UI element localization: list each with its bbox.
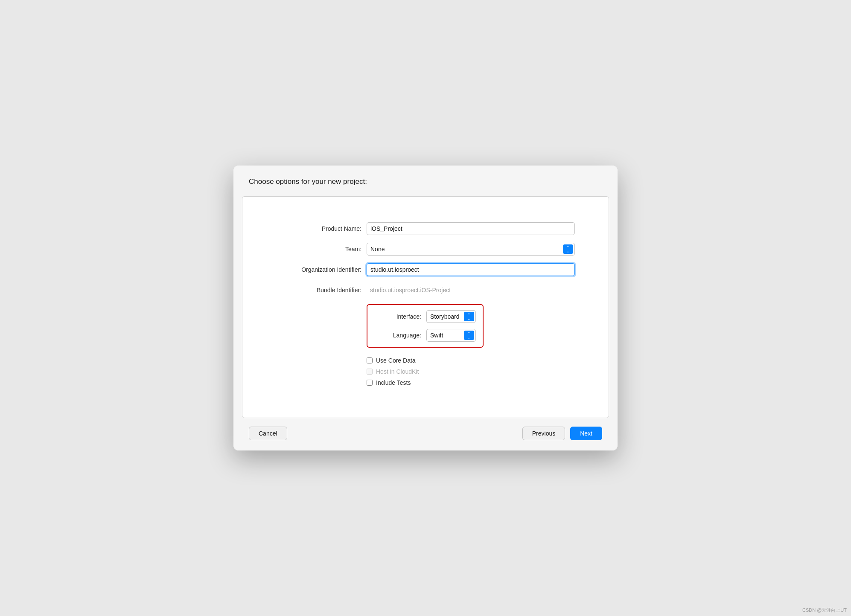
team-row: Team: None xyxy=(276,243,575,256)
core-data-label: Use Core Data xyxy=(376,357,416,364)
language-select-wrapper: Swift Objective-C xyxy=(426,329,476,342)
language-select[interactable]: Swift Objective-C xyxy=(426,329,476,342)
org-identifier-row: Organization Identifier: xyxy=(276,263,575,276)
dialog-content: Product Name: Team: None Organization Id… xyxy=(242,196,609,418)
cancel-button[interactable]: Cancel xyxy=(249,427,287,440)
dialog-footer: Cancel Previous Next xyxy=(233,418,618,450)
previous-button[interactable]: Previous xyxy=(522,427,565,440)
include-tests-label: Include Tests xyxy=(376,379,411,386)
dialog-header: Choose options for your new project: xyxy=(233,166,618,196)
watermark: CSDN @天涯向上UT xyxy=(802,607,847,613)
new-project-dialog: Choose options for your new project: Pro… xyxy=(233,166,618,450)
bundle-identifier-value: studio.ut.iosproect.iOS-Project xyxy=(367,284,575,296)
product-name-label: Product Name: xyxy=(276,225,361,232)
dialog-title: Choose options for your new project: xyxy=(249,177,602,186)
core-data-row: Use Core Data xyxy=(367,357,575,364)
next-button[interactable]: Next xyxy=(570,427,602,440)
checkboxes-area: Use Core Data Host in CloudKit Include T… xyxy=(367,357,575,386)
highlighted-section: Interface: Storyboard SwiftUI Language: xyxy=(367,304,484,348)
cloudkit-row: Host in CloudKit xyxy=(367,368,575,375)
include-tests-row: Include Tests xyxy=(367,379,575,386)
bundle-identifier-row: Bundle Identifier: studio.ut.iosproect.i… xyxy=(276,284,575,296)
interface-label: Interface: xyxy=(374,313,421,320)
interface-select[interactable]: Storyboard SwiftUI xyxy=(426,310,476,323)
interface-select-wrapper: Storyboard SwiftUI xyxy=(426,310,476,323)
interface-row: Interface: Storyboard SwiftUI xyxy=(374,310,476,323)
product-name-input[interactable] xyxy=(367,222,575,235)
bundle-identifier-label: Bundle Identifier: xyxy=(276,287,361,293)
team-label: Team: xyxy=(276,246,361,253)
language-label: Language: xyxy=(374,332,421,339)
core-data-checkbox[interactable] xyxy=(367,357,373,363)
product-name-row: Product Name: xyxy=(276,222,575,235)
team-select-wrapper: None xyxy=(367,243,575,256)
team-select[interactable]: None xyxy=(367,243,575,256)
highlighted-section-wrapper: Interface: Storyboard SwiftUI Language: xyxy=(276,304,575,348)
footer-right: Previous Next xyxy=(522,427,602,440)
form-area: Product Name: Team: None Organization Id… xyxy=(276,222,575,386)
org-identifier-input[interactable] xyxy=(367,263,575,276)
cloudkit-checkbox[interactable] xyxy=(367,369,373,375)
include-tests-checkbox[interactable] xyxy=(367,380,373,386)
cloudkit-label: Host in CloudKit xyxy=(376,368,419,375)
language-row: Language: Swift Objective-C xyxy=(374,329,476,342)
org-identifier-label: Organization Identifier: xyxy=(276,266,361,273)
